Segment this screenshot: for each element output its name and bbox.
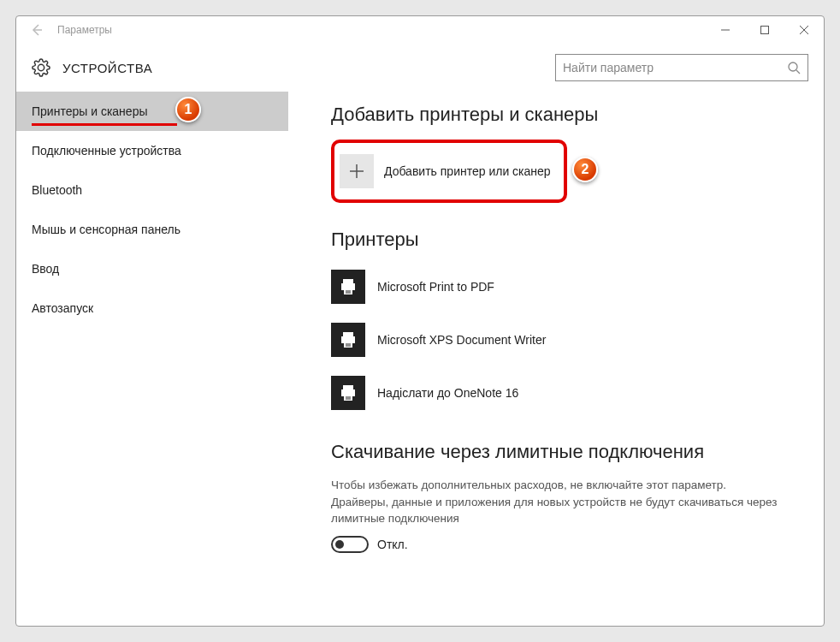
plus-icon (340, 154, 374, 188)
close-icon (799, 25, 809, 35)
gear-icon (32, 58, 50, 77)
section-title-metered: Скачивание через лимитные подключения (331, 441, 781, 463)
svg-point-5 (789, 62, 797, 71)
metered-toggle[interactable] (331, 536, 369, 553)
back-arrow-icon (30, 23, 44, 37)
printer-item[interactable]: Microsoft Print to PDF (331, 265, 781, 309)
toggle-state-label: Откл. (377, 538, 408, 551)
add-printer-button[interactable]: Добавить принтер или сканер (331, 140, 567, 203)
search-icon (787, 61, 801, 74)
sidebar-item-label: Подключенные устройства (32, 144, 181, 158)
header: УСТРОЙСТВА (16, 44, 824, 92)
minimize-icon (720, 25, 731, 35)
close-button[interactable] (784, 16, 824, 44)
svg-rect-9 (343, 279, 353, 283)
search-input[interactable] (563, 61, 787, 74)
sidebar-item-label: Автозапуск (32, 301, 93, 315)
body: Принтеры и сканеры 1 Подключенные устрой… (16, 92, 824, 626)
section-title-add: Добавить принтеры и сканеры (331, 104, 781, 126)
titlebar: Параметры (16, 16, 824, 44)
section-title-printers: Принтеры (331, 229, 781, 251)
sidebar-item-autoplay[interactable]: Автозапуск (16, 288, 288, 328)
settings-window: Параметры УСТРОЙСТВА (15, 15, 825, 627)
sidebar-item-label: Ввод (32, 262, 59, 276)
printer-label: Надіслати до OneNote 16 (377, 386, 518, 400)
sidebar: Принтеры и сканеры 1 Подключенные устрой… (16, 92, 288, 626)
minimize-button[interactable] (706, 16, 745, 44)
svg-rect-14 (343, 332, 353, 336)
back-button[interactable] (21, 16, 52, 44)
sidebar-item-bluetooth[interactable]: Bluetooth (16, 170, 288, 210)
window-title: Параметры (57, 24, 112, 36)
printer-icon (331, 323, 365, 357)
annotation-underline (32, 123, 177, 126)
sidebar-item-mouse-touchpad[interactable]: Мышь и сенсорная панель (16, 210, 288, 249)
page-title: УСТРОЙСТВА (62, 61, 152, 75)
maximize-icon (760, 25, 770, 35)
svg-line-6 (796, 70, 800, 74)
sidebar-item-label: Принтеры и сканеры (32, 104, 147, 118)
sidebar-item-label: Мышь и сенсорная панель (32, 223, 180, 236)
printer-item[interactable]: Microsoft XPS Document Writer (331, 318, 781, 362)
sidebar-item-connected-devices[interactable]: Подключенные устройства (16, 131, 288, 170)
content: Добавить принтеры и сканеры Добавить при… (288, 92, 824, 626)
svg-rect-19 (343, 385, 353, 389)
printer-item[interactable]: Надіслати до OneNote 16 (331, 371, 781, 415)
maximize-button[interactable] (745, 16, 784, 44)
metered-description: Чтобы избежать дополнительных расходов, … (331, 477, 781, 527)
printer-label: Microsoft Print to PDF (377, 280, 494, 294)
svg-rect-2 (761, 27, 769, 34)
toggle-knob (335, 540, 344, 549)
printer-label: Microsoft XPS Document Writer (377, 333, 546, 347)
printer-icon (331, 376, 365, 410)
search-box[interactable] (555, 54, 808, 81)
sidebar-item-typing[interactable]: Ввод (16, 249, 288, 288)
sidebar-item-label: Bluetooth (32, 183, 82, 197)
callout-2: 2 (572, 157, 598, 182)
add-printer-label: Добавить принтер или сканер (384, 164, 551, 178)
sidebar-item-printers-scanners[interactable]: Принтеры и сканеры 1 (16, 92, 288, 131)
callout-1: 1 (175, 97, 201, 122)
printer-icon (331, 270, 365, 304)
